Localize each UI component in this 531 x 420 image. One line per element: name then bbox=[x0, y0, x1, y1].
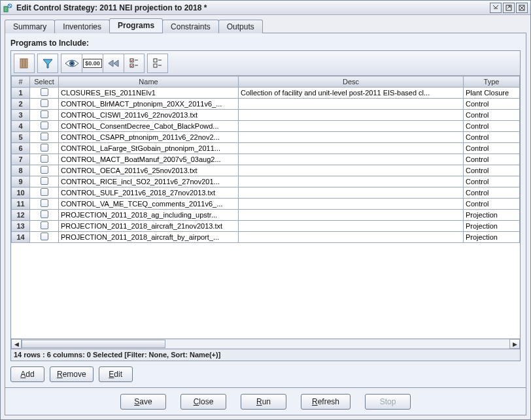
scroll-track[interactable] bbox=[22, 339, 509, 349]
checkbox-icon[interactable] bbox=[41, 110, 48, 118]
remove-button[interactable]: Remove bbox=[50, 366, 94, 382]
checkbox-icon[interactable] bbox=[41, 233, 48, 240]
row-num: 2 bbox=[12, 99, 30, 110]
checkbox-icon[interactable] bbox=[41, 177, 48, 185]
table-row[interactable]: 5CONTROL_CSAPR_ptnonipm_2011v6_22nov2...… bbox=[12, 132, 520, 143]
row-desc bbox=[239, 176, 464, 187]
scroll-right-icon[interactable]: ▶ bbox=[509, 339, 520, 349]
table-row[interactable]: 13PROJECTION_2011_2018_aircraft_21nov201… bbox=[12, 221, 520, 232]
refresh-button[interactable]: Refresh bbox=[301, 394, 351, 410]
row-name: CONTROL_MACT_BoatManuf_2007v5_03aug2... bbox=[59, 154, 239, 165]
rewind-icon[interactable] bbox=[103, 54, 124, 73]
svg-rect-14 bbox=[154, 64, 157, 67]
row-name: CLOSURES_EIS_2011NEIv1 bbox=[59, 88, 239, 99]
table-row[interactable]: 3CONTROL_CISWI_2011v6_22nov2013.txtContr… bbox=[12, 110, 520, 121]
table-status: 14 rows : 6 columns: 0 Selected [Filter:… bbox=[11, 349, 520, 361]
close-icon[interactable] bbox=[516, 3, 528, 13]
currency-icon[interactable]: $0.00 bbox=[82, 54, 103, 73]
table-row[interactable]: 10CONTROL_SULF_2011v6_2018_27nov2013.txt… bbox=[12, 187, 520, 199]
titlebar: Edit Control Strategy: 2011 NEI projecti… bbox=[1, 1, 530, 15]
row-name: CONTROL_RICE_incl_SO2_2011v6_27nov201... bbox=[59, 176, 239, 187]
tab-outputs[interactable]: Outputs bbox=[218, 20, 263, 33]
row-type: Projection bbox=[464, 210, 520, 221]
table-row[interactable]: 14PROJECTION_2011_2018_aircraft_by_airpo… bbox=[12, 232, 520, 243]
table-row[interactable]: 7CONTROL_MACT_BoatManuf_2007v5_03aug2...… bbox=[12, 154, 520, 165]
checklist-icon[interactable] bbox=[124, 54, 145, 73]
col-header-name[interactable]: Name bbox=[59, 76, 239, 88]
tab-inventories[interactable]: Inventories bbox=[54, 20, 110, 33]
row-name: CONTROL_BlrMACT_ptnonipm_20XX_2011v6_... bbox=[59, 99, 239, 110]
edit-button[interactable]: Edit bbox=[99, 366, 133, 382]
table-row[interactable]: 2CONTROL_BlrMACT_ptnonipm_20XX_2011v6_..… bbox=[12, 99, 520, 110]
checkbox-icon[interactable] bbox=[41, 144, 48, 152]
row-select[interactable] bbox=[30, 110, 59, 121]
checkbox-icon[interactable] bbox=[41, 121, 48, 129]
row-desc bbox=[239, 221, 464, 232]
row-name: PROJECTION_2011_2018_aircraft_by_airport… bbox=[59, 232, 239, 243]
add-button[interactable]: Add bbox=[10, 366, 44, 382]
table-row[interactable]: 4CONTROL_ConsentDecree_Cabot_BlackPowd..… bbox=[12, 121, 520, 132]
tab-constraints[interactable]: Constraints bbox=[162, 20, 219, 33]
run-button[interactable]: Run bbox=[241, 394, 286, 410]
checkbox-icon[interactable] bbox=[41, 88, 48, 96]
content: Summary Inventories Programs Constraints… bbox=[1, 15, 530, 419]
row-type: Control bbox=[464, 121, 520, 132]
tab-programs[interactable]: Programs bbox=[109, 18, 163, 33]
col-header-type[interactable]: Type bbox=[464, 76, 520, 88]
row-select[interactable] bbox=[30, 143, 59, 154]
scroll-thumb[interactable] bbox=[22, 340, 165, 348]
columns-icon[interactable] bbox=[14, 54, 35, 73]
save-button[interactable]: Save bbox=[120, 394, 166, 410]
row-type: Projection bbox=[464, 221, 520, 232]
row-desc bbox=[239, 199, 464, 210]
filter-icon[interactable] bbox=[37, 54, 58, 73]
row-select[interactable] bbox=[30, 176, 59, 187]
row-select[interactable] bbox=[30, 165, 59, 176]
checkbox-icon[interactable] bbox=[41, 155, 48, 163]
eye-icon[interactable] bbox=[61, 54, 82, 73]
row-select[interactable] bbox=[30, 88, 59, 99]
row-name: CONTROL_SULF_2011v6_2018_27nov2013.txt bbox=[59, 187, 239, 199]
table-row[interactable]: 9CONTROL_RICE_incl_SO2_2011v6_27nov201..… bbox=[12, 176, 520, 187]
row-select[interactable] bbox=[30, 232, 59, 243]
checkbox-icon[interactable] bbox=[41, 221, 48, 229]
table-row[interactable]: 8CONTROL_OECA_2011v6_25nov2013.txtContro… bbox=[12, 165, 520, 176]
checkbox-icon[interactable] bbox=[41, 199, 48, 207]
checkbox-icon[interactable] bbox=[41, 188, 48, 196]
row-select[interactable] bbox=[30, 221, 59, 232]
checkbox-icon[interactable] bbox=[41, 133, 48, 140]
row-name: CONTROL_OECA_2011v6_25nov2013.txt bbox=[59, 165, 239, 176]
row-desc bbox=[239, 187, 464, 199]
close-button[interactable]: Close bbox=[180, 394, 226, 410]
minimize-icon[interactable] bbox=[490, 3, 502, 13]
col-header-desc[interactable]: Desc bbox=[239, 76, 464, 88]
window: Edit Control Strategy: 2011 NEI projecti… bbox=[0, 0, 531, 420]
table-row[interactable]: 11CONTROL_VA_ME_TCEQ_comments_2011v6_...… bbox=[12, 199, 520, 210]
table-row[interactable]: 1CLOSURES_EIS_2011NEIv1Collection of fac… bbox=[12, 88, 520, 99]
row-select[interactable] bbox=[30, 210, 59, 221]
horizontal-scrollbar[interactable]: ◀ ▶ bbox=[11, 338, 520, 349]
row-select[interactable] bbox=[30, 99, 59, 110]
checkbox-icon[interactable] bbox=[41, 210, 48, 218]
svg-rect-5 bbox=[23, 59, 25, 68]
checklist-clear-icon[interactable] bbox=[147, 54, 168, 73]
checkbox-icon[interactable] bbox=[41, 166, 48, 174]
col-header-num[interactable]: # bbox=[12, 76, 30, 88]
row-desc bbox=[239, 165, 464, 176]
row-num: 10 bbox=[12, 187, 30, 199]
row-desc: Collection of facility and unit-level po… bbox=[239, 88, 464, 99]
row-select[interactable] bbox=[30, 121, 59, 132]
table-toolbar: $0.00 bbox=[11, 51, 520, 76]
table-row[interactable]: 6CONTROL_LaFarge_StGobain_ptnonipm_2011.… bbox=[12, 143, 520, 154]
col-header-select[interactable]: Select bbox=[30, 76, 59, 88]
row-desc bbox=[239, 132, 464, 143]
row-select[interactable] bbox=[30, 132, 59, 143]
tab-summary[interactable]: Summary bbox=[5, 20, 55, 33]
row-select[interactable] bbox=[30, 187, 59, 199]
maximize-icon[interactable] bbox=[503, 3, 515, 13]
row-select[interactable] bbox=[30, 199, 59, 210]
row-select[interactable] bbox=[30, 154, 59, 165]
checkbox-icon[interactable] bbox=[41, 99, 48, 107]
table-row[interactable]: 12PROJECTION_2011_2018_ag_including_upst… bbox=[12, 210, 520, 221]
scroll-left-icon[interactable]: ◀ bbox=[11, 339, 22, 349]
